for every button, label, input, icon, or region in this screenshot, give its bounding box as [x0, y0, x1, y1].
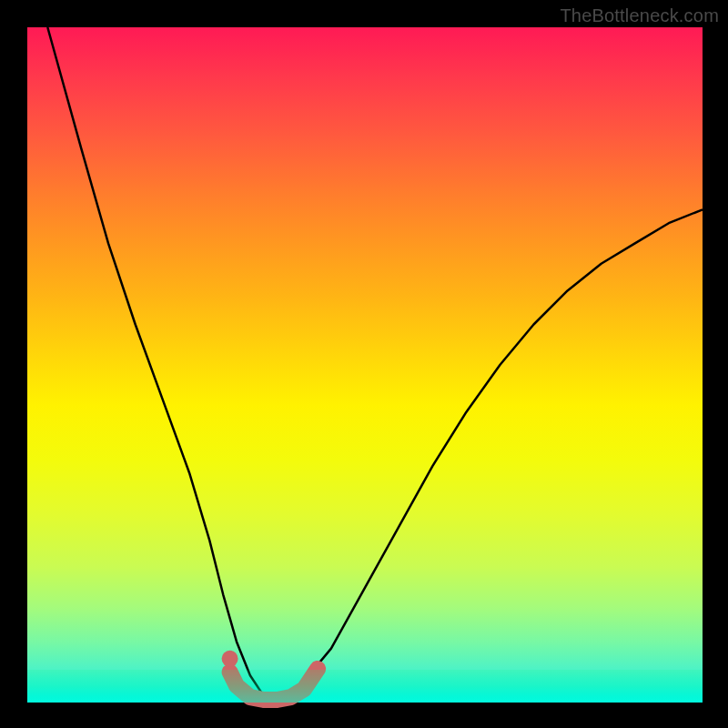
plot-area [27, 27, 703, 703]
chart-container: TheBottleneck.com [0, 0, 728, 728]
bottleneck-curve [47, 27, 703, 696]
highlight-dot [222, 651, 238, 667]
chart-svg [27, 27, 703, 703]
watermark-text: TheBottleneck.com [560, 5, 719, 26]
highlight-band [230, 669, 318, 700]
